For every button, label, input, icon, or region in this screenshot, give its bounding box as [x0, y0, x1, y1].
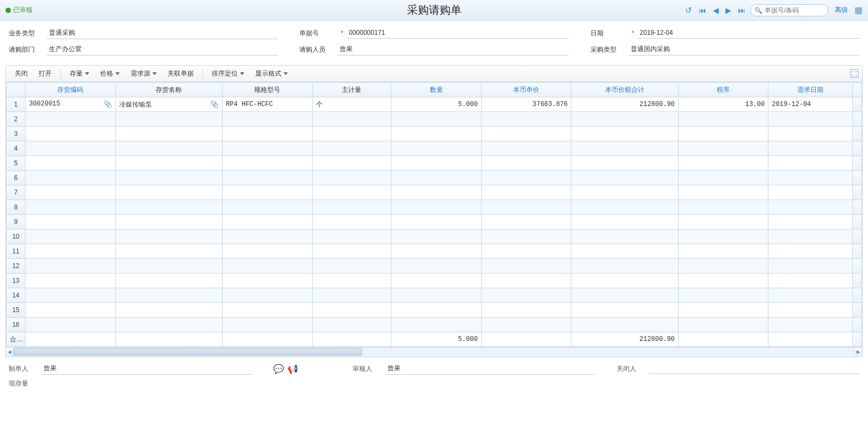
doc-no-value[interactable]: 0000000171	[347, 28, 569, 39]
cell-uom[interactable]: 个	[312, 97, 391, 112]
advanced-link[interactable]: 高级	[835, 5, 848, 15]
open-button[interactable]: 打开	[34, 67, 56, 80]
row-num[interactable]: 8	[7, 200, 26, 215]
table-row[interactable]: 5	[7, 156, 862, 171]
row-num[interactable]: 10	[7, 229, 26, 244]
search-input[interactable]	[765, 7, 824, 14]
col-tax[interactable]: 税率	[678, 83, 768, 97]
price-button[interactable]: 价格	[96, 67, 124, 80]
table-row[interactable]: 6	[7, 171, 862, 185]
table-row[interactable]: 11	[7, 244, 862, 259]
row-num[interactable]: 3	[7, 127, 26, 141]
next-icon[interactable]: ▶	[724, 5, 733, 16]
table-row[interactable]: 13	[7, 274, 862, 288]
row-num[interactable]: 14	[7, 288, 26, 303]
attachment-icon[interactable]: 📎	[103, 100, 112, 109]
row-num[interactable]: 1	[7, 97, 26, 112]
demand-button[interactable]: 需求源	[126, 67, 161, 80]
cell-reqdate[interactable]: 2019-12-04	[768, 97, 853, 112]
table-row[interactable]: 15	[7, 303, 862, 318]
search-wrap[interactable]: 🔍	[750, 4, 828, 16]
table-row[interactable]: 4	[7, 141, 862, 156]
announcement-icon[interactable]: 📢	[287, 364, 298, 374]
business-type-label: 业务类型	[9, 29, 47, 38]
table-row[interactable]: 9	[7, 215, 862, 229]
row-num[interactable]: 9	[7, 215, 26, 229]
field-doc-no: 单据号 * 0000000171	[299, 27, 568, 39]
col-price[interactable]: 本币单价	[481, 83, 571, 97]
scroll-right-icon[interactable]: ▶	[854, 347, 862, 356]
scroll-thumb[interactable]	[14, 348, 362, 356]
sort-button[interactable]: 排序定位	[207, 67, 249, 80]
field-purchase-type: 采购类型 普通国内采购	[590, 44, 859, 55]
table-row[interactable]: 16	[7, 318, 862, 332]
table-row[interactable]: 130020015📎冷媒传输泵📎RP4 HFC-HCFC个5.00037663.…	[7, 97, 862, 112]
doc-no-label: 单据号	[299, 29, 337, 38]
first-icon[interactable]: ⏮	[697, 5, 708, 16]
date-value[interactable]: 2019-12-04	[637, 28, 859, 39]
table-row[interactable]: 10	[7, 229, 862, 244]
cell-code[interactable]: 30020015📎	[26, 97, 115, 112]
table-row[interactable]: 7	[7, 185, 862, 200]
cell-amount[interactable]: 212800.90	[571, 97, 679, 112]
row-num[interactable]: 12	[7, 259, 26, 274]
col-name[interactable]: 存货名称	[115, 83, 223, 97]
status-badge: 已审核	[5, 5, 33, 15]
totals-row: 合计 5.000 212800.90	[7, 332, 862, 347]
row-num[interactable]: 16	[7, 318, 26, 332]
last-icon[interactable]: ⏭	[736, 5, 747, 16]
stock-button[interactable]: 存量	[65, 67, 94, 80]
scroll-left-icon[interactable]: ◀	[6, 347, 14, 356]
field-dept: 请购部门 生产办公室	[9, 44, 278, 55]
caret-down-icon	[152, 72, 157, 75]
table-row[interactable]: 8	[7, 200, 862, 215]
row-num[interactable]: 2	[7, 112, 26, 127]
totals-amount: 212800.90	[571, 332, 679, 347]
table-row[interactable]: 2	[7, 112, 862, 127]
auditor-label: 审核人	[353, 364, 385, 374]
row-num[interactable]: 7	[7, 185, 26, 200]
comment-icon[interactable]: 💬	[273, 364, 284, 374]
display-button[interactable]: 显示格式	[251, 67, 292, 80]
status-dot-icon	[5, 8, 11, 13]
cell-spec[interactable]: RP4 HFC-HCFC	[223, 97, 312, 112]
col-code[interactable]: 存货编码	[26, 83, 115, 97]
business-type-value[interactable]: 普通采购	[47, 27, 278, 39]
person-value[interactable]: 曾果	[337, 44, 568, 55]
row-num[interactable]: 6	[7, 171, 26, 185]
cell-name[interactable]: 冷媒传输泵📎	[115, 97, 223, 112]
col-qty[interactable]: 数量	[391, 83, 481, 97]
horizontal-scrollbar[interactable]: ◀ ▶	[5, 347, 863, 357]
cell-tax[interactable]: 13.00	[678, 97, 768, 112]
row-num[interactable]: 11	[7, 244, 26, 259]
prev-icon[interactable]: ◀	[711, 5, 721, 16]
dept-value[interactable]: 生产办公室	[47, 44, 278, 55]
cell-price[interactable]: 37663.876	[481, 97, 571, 112]
col-spec[interactable]: 规格型号	[223, 83, 312, 97]
cell-qty[interactable]: 5.000	[391, 97, 481, 112]
table-row[interactable]: 14	[7, 288, 862, 303]
col-reqdate[interactable]: 需求日期	[768, 83, 853, 97]
closer-label: 关闭人	[617, 364, 649, 374]
header-row: 存货编码 存货名称 规格型号 主计量 数量 本币单价 本币价税合计 税率 需求日…	[7, 83, 862, 97]
table-row[interactable]: 12	[7, 259, 862, 274]
calendar-icon[interactable]: ▦	[854, 5, 863, 15]
col-rownum[interactable]	[7, 83, 26, 97]
col-uom[interactable]: 主计量	[312, 83, 391, 97]
field-person: 请购人员 曾果	[299, 44, 568, 55]
row-num[interactable]: 13	[7, 274, 26, 288]
table-row[interactable]: 3	[7, 127, 862, 141]
attachment-icon[interactable]: 📎	[210, 100, 219, 109]
row-num[interactable]: 15	[7, 303, 26, 318]
expand-icon[interactable]: ⛶	[850, 69, 859, 78]
purchase-type-value[interactable]: 普通国内采购	[629, 44, 859, 55]
caret-down-icon	[85, 72, 89, 75]
related-button[interactable]: 关联单据	[163, 67, 198, 80]
row-num[interactable]: 4	[7, 141, 26, 156]
refresh-icon[interactable]: ↺	[684, 4, 694, 16]
col-amount[interactable]: 本币价税合计	[571, 83, 679, 97]
close-button[interactable]: 关闭	[10, 67, 32, 80]
row-num[interactable]: 5	[7, 156, 26, 171]
dept-label: 请购部门	[9, 45, 47, 54]
closer-value	[649, 363, 859, 374]
